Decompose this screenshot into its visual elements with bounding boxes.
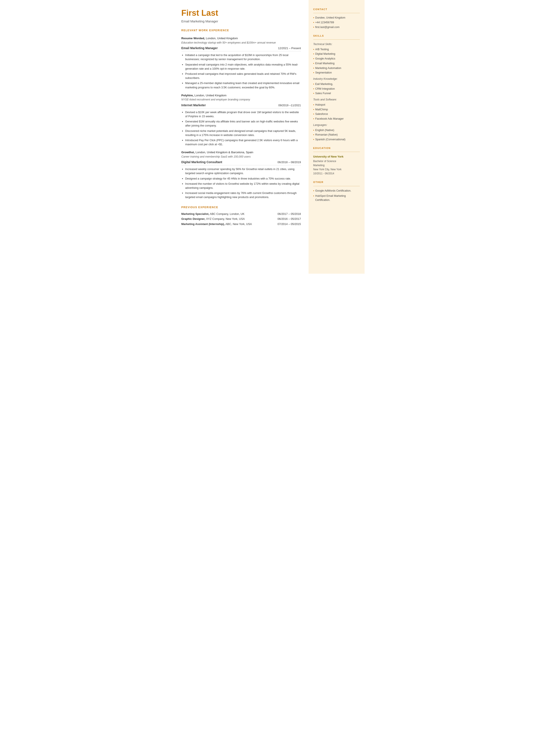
- previous-experience-section-label: PREVIOUS EXPERIENCE: [182, 205, 301, 209]
- contact-bullet-2: •: [313, 25, 314, 29]
- role-2: Internet Marketer: [182, 103, 206, 107]
- bullet-3-1: Increased weekly consumer spending by 56…: [185, 167, 301, 175]
- bullet-2-3: Discovered niche market potentials and d…: [185, 129, 301, 137]
- bullet-1-4: Managed a 25-member digital marketing te…: [185, 81, 301, 89]
- contact-divider: [313, 13, 360, 13]
- edu-degree: Bachelor of Science: [313, 159, 360, 163]
- job-title: Email Marketing Manager: [182, 19, 301, 24]
- company-block-3: Growthsi, London, United Kingdom & Barce…: [182, 150, 301, 159]
- prev-job-1-label: Marketing Specialist, ABC Company, Londo…: [182, 212, 244, 216]
- skill-digital-marketing: •Digital Marketing: [313, 52, 360, 56]
- contact-section-label: CONTACT: [313, 8, 360, 11]
- company-name-3: Growthsi, London, United Kingdom & Barce…: [182, 150, 301, 154]
- relevant-work-section-label: RELEVANT WORK EXPERIENCE: [182, 28, 301, 32]
- education-block: University of New York Bachelor of Scien…: [313, 154, 360, 176]
- company-bold-3: Growthsi,: [182, 151, 195, 154]
- right-column: CONTACT • Dundee, United Kingdom • +44 1…: [309, 0, 365, 274]
- company-rest-3: London, United Kingdom & Barcelona, Spai…: [195, 151, 253, 154]
- company-name-2: Polyhire, London, United Kingdom: [182, 93, 301, 98]
- prev-job-1-dates: 06/2017 – 05/2018: [277, 212, 301, 216]
- bullet-2-2: Generated $1M annually via affiliate lin…: [185, 119, 301, 127]
- company-block-2: Polyhire, London, United Kingdom NYSE-li…: [182, 93, 301, 102]
- bullet-1-3: Produced email campaigns that improved s…: [185, 72, 301, 80]
- job-title-row-3: Digital Marketing Consultant 06/2018 – 0…: [182, 160, 301, 165]
- bullet-1-1: Initiated a campaign that led to the acq…: [185, 53, 301, 61]
- skill-marketing-automation: •Marketing Automation: [313, 66, 360, 70]
- bullet-1-2: Separated email campaigns into 2 main ob…: [185, 63, 301, 71]
- role-1: Email Marketing Manager: [182, 46, 218, 50]
- company-tagline-3: Career training and membership SaaS with…: [182, 155, 301, 159]
- role-3: Digital Marketing Consultant: [182, 160, 222, 164]
- prev-job-2: Graphic Designer, XYZ Company, New York,…: [182, 217, 301, 221]
- bullets-2: Devised a $10K per week affiliate progra…: [185, 110, 301, 147]
- edu-dates: 10/2011 - 06/2014: [313, 172, 360, 176]
- other-item-1: • Google AdWords Certification.: [313, 189, 360, 193]
- bullet-2-1: Devised a $10K per week affiliate progra…: [185, 110, 301, 118]
- skill-google-analytics: •Google Analytics: [313, 57, 360, 61]
- prev-job-3: Marketing Assistant (Internship), ABC, N…: [182, 222, 301, 226]
- technical-skills-label: Technical Skills:: [313, 42, 360, 46]
- dates-3: 06/2018 – 08/2019: [277, 160, 301, 164]
- dates-2: 09/2019 –11/2021: [278, 103, 301, 107]
- company-name-1: Resume Worded, London, United Kingdom: [182, 36, 301, 41]
- company-block-1: Resume Worded, London, United Kingdom Ed…: [182, 36, 301, 44]
- industry-knowledge-label: Industry Knowledge:: [313, 77, 360, 81]
- previous-exp-list: Marketing Specialist, ABC Company, Londo…: [182, 212, 301, 226]
- skill-hubspot: •Hubspot: [313, 103, 360, 107]
- skill-salesforce: •Salesforce: [313, 112, 360, 116]
- left-column: First Last Email Marketing Manager RELEV…: [171, 0, 309, 274]
- prev-job-3-label: Marketing Assistant (Internship), ABC, N…: [182, 222, 252, 226]
- company-tagline-2: NYSE-listed recruitment and employer bra…: [182, 98, 301, 102]
- contact-list: • Dundee, United Kingdom • +44 123456789…: [313, 16, 360, 29]
- lang-spanish: •Spanish (Conversational): [313, 137, 360, 142]
- contact-bullet-0: •: [313, 16, 314, 20]
- skill-eail-marketing: •Eail Marketing,: [313, 82, 360, 86]
- industry-skills-list: •Eail Marketing, •CRM Integration •Sales…: [313, 82, 360, 96]
- edu-location: New York City, New York: [313, 167, 360, 172]
- education-section-label: EDUCATION: [313, 146, 360, 150]
- languages-label: Languages:: [313, 123, 360, 127]
- lang-english: •English (Native): [313, 128, 360, 132]
- company-tagline-1: Education technology startup with 50+ em…: [182, 41, 301, 45]
- bullets-1: Initiated a campaign that led to the acq…: [185, 53, 301, 90]
- lang-romanian: •Romanian (Native): [313, 133, 360, 137]
- technical-skills-list: •A/B Testing •Digital Marketing •Google …: [313, 47, 360, 75]
- contact-phone: • +44 123456789: [313, 20, 360, 25]
- edu-school: University of New York: [313, 154, 360, 159]
- skill-segmentation: •Segmentation: [313, 71, 360, 75]
- contact-address: • Dundee, United Kingdom: [313, 16, 360, 20]
- contact-email-text: first.last@gmail.com: [315, 25, 340, 29]
- contact-phone-text: +44 123456789: [315, 20, 334, 25]
- skill-sales-funnel: •Sales Funnel: [313, 91, 360, 96]
- company-bold-1: Resume Worded,: [182, 37, 205, 40]
- other-item-2: • HubSpot Email Marketing Certification.: [313, 194, 360, 202]
- name: First Last: [182, 9, 301, 18]
- bullet-3-2: Designed a campaign strategy for 45 HNIs…: [185, 177, 301, 181]
- other-list: • Google AdWords Certification. • HubSpo…: [313, 189, 360, 202]
- prev-job-2-dates: 06/2016 – 05/2017: [277, 217, 301, 221]
- prev-job-3-dates: 07/2014 – 05/2015: [277, 222, 301, 226]
- skill-mailchimp: •MailChimp: [313, 107, 360, 112]
- bullet-3-3: Increased the number of visitors to Grow…: [185, 182, 301, 190]
- skill-ab-testing: •A/B Testing: [313, 47, 360, 51]
- job-title-row-1: Email Marketing Manager 12/2021 – Presen…: [182, 46, 301, 51]
- resume-page: First Last Email Marketing Manager RELEV…: [171, 0, 365, 274]
- tools-label: Tools and Software:: [313, 98, 360, 102]
- contact-address-text: Dundee, United Kingdom: [315, 16, 345, 20]
- skills-section-label: SKILLS: [313, 34, 360, 38]
- edu-field: Marketing: [313, 163, 360, 167]
- bullet-2-4: Introduced Pay Per Click (PPC) campaigns…: [185, 138, 301, 146]
- company-rest-2: London, United Kingdom: [194, 94, 226, 97]
- company-rest-1: London, United Kingdom: [205, 37, 238, 40]
- contact-bullet-1: •: [313, 20, 314, 25]
- languages-list: •English (Native) •Romanian (Native) •Sp…: [313, 128, 360, 142]
- skill-email-marketing: •Email Marketing: [313, 61, 360, 66]
- other-section-label: OTHER: [313, 181, 360, 184]
- prev-job-2-label: Graphic Designer, XYZ Company, New York,…: [182, 217, 245, 221]
- skill-facebook-ads: •Facebook Ads Manager: [313, 117, 360, 121]
- job-title-row-2: Internet Marketer 09/2019 –11/2021: [182, 103, 301, 108]
- prev-job-1: Marketing Specialist, ABC Company, Londo…: [182, 212, 301, 216]
- contact-email: • first.last@gmail.com: [313, 25, 360, 29]
- bullet-3-4: Increased social media engagement rates …: [185, 191, 301, 199]
- tools-list: •Hubspot •MailChimp •Salesforce •Faceboo…: [313, 103, 360, 121]
